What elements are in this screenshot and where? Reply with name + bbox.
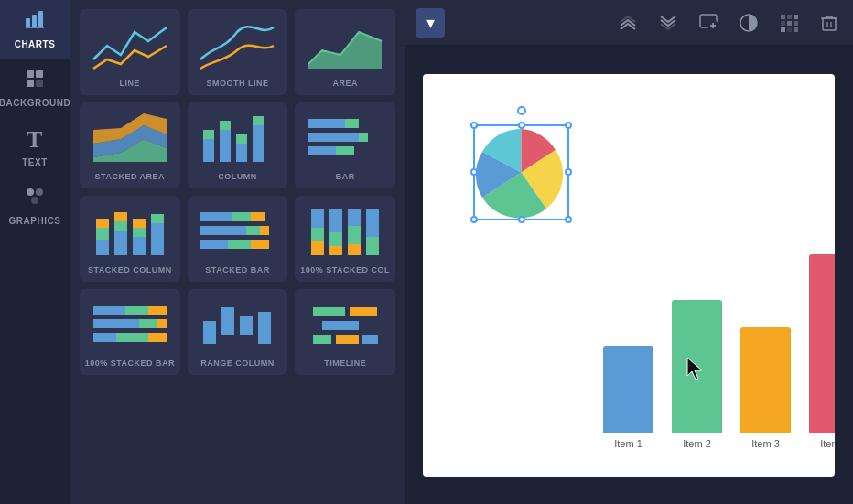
chart-type-stacked-area-label: STACKED AREA [95, 172, 166, 181]
svg-rect-0 [26, 18, 30, 27]
svg-rect-66 [139, 319, 157, 328]
chart-type-area[interactable]: AREA [295, 9, 395, 95]
svg-rect-46 [311, 209, 324, 228]
chart-type-stacked-bar[interactable]: STACKED BAR [188, 196, 288, 282]
svg-rect-34 [151, 223, 164, 255]
chart-type-smooth-line[interactable]: SMOOTH LINE [188, 9, 288, 95]
svg-rect-90 [781, 21, 785, 26]
sidebar: CHARTS BACKGROUND T TEXT GRAPHICS [0, 0, 70, 504]
background-icon [24, 68, 46, 94]
svg-rect-28 [114, 231, 127, 255]
layer-up-button[interactable] [615, 10, 641, 36]
chart-type-100-stacked-bar-label: 100% STACKED BAR [85, 359, 175, 368]
sidebar-item-background[interactable]: BACKGROUND [0, 59, 70, 117]
svg-rect-18 [253, 116, 264, 125]
bar-col-1: Item 1 [603, 346, 653, 449]
sidebar-item-charts[interactable]: CHARTS [0, 0, 70, 59]
pattern-button[interactable] [776, 10, 802, 36]
toolbar: ▾ [405, 0, 853, 46]
svg-rect-47 [311, 228, 324, 241]
pie-chart-container[interactable] [473, 124, 569, 224]
svg-rect-78 [322, 321, 359, 330]
svg-rect-92 [794, 21, 798, 26]
chart-type-range-column-label: RANGE COLUMN [200, 359, 275, 368]
chart-type-area-label: AREA [332, 79, 358, 88]
svg-rect-14 [220, 121, 231, 130]
svg-point-9 [36, 188, 43, 196]
chart-type-stacked-column[interactable]: STACKED COLUMN [80, 196, 180, 282]
svg-rect-29 [114, 221, 127, 231]
chart-type-100-stacked-bar[interactable]: 100% STACKED BAR [80, 289, 180, 375]
bar-chart: Item 1 Item 2 Item 3 Item 4 [603, 254, 835, 449]
svg-rect-5 [36, 70, 43, 78]
chart-type-100-stacked-col[interactable]: 100% STACKED COL [295, 196, 395, 282]
svg-rect-13 [220, 130, 231, 162]
svg-rect-37 [232, 212, 251, 221]
chart-type-timeline[interactable]: TIMELINE [295, 289, 395, 375]
chart-type-column[interactable]: COLUMN [188, 102, 288, 188]
sidebar-item-graphics-label: GRAPHICS [9, 216, 61, 226]
dropdown-button[interactable]: ▾ [416, 8, 445, 38]
chart-type-range-column[interactable]: RANGE COLUMN [188, 289, 288, 375]
chart-type-stacked-column-label: STACKED COLUMN [88, 265, 172, 274]
svg-rect-54 [348, 209, 361, 226]
svg-rect-69 [93, 333, 116, 342]
bar-col-4: Item 4 [809, 254, 835, 449]
bar-label-3: Item 3 [751, 438, 780, 449]
svg-rect-35 [151, 214, 164, 223]
canvas-bg[interactable]: Item 1 Item 2 Item 3 Item 4 [423, 74, 835, 477]
svg-rect-81 [362, 335, 378, 344]
pie-chart [473, 124, 569, 220]
svg-rect-80 [336, 335, 359, 344]
delete-button[interactable] [816, 10, 842, 36]
svg-rect-87 [781, 15, 785, 19]
svg-rect-2 [38, 11, 43, 27]
theme-button[interactable] [736, 10, 761, 36]
svg-rect-21 [308, 133, 359, 142]
svg-rect-38 [251, 212, 265, 221]
svg-rect-27 [96, 219, 109, 228]
svg-rect-58 [366, 209, 379, 237]
chart-type-column-label: COLUMN [218, 172, 257, 181]
chart-type-bar-label: BAR [336, 172, 355, 181]
svg-rect-39 [200, 226, 246, 235]
svg-rect-73 [221, 307, 234, 335]
svg-point-8 [27, 188, 34, 196]
svg-rect-96 [823, 18, 836, 30]
svg-rect-56 [348, 244, 361, 255]
svg-rect-70 [116, 333, 148, 342]
svg-rect-61 [93, 306, 125, 315]
svg-rect-71 [148, 333, 167, 342]
chart-type-bar[interactable]: BAR [295, 102, 395, 188]
handle-top-resize[interactable] [517, 106, 526, 115]
bar-3 [740, 327, 791, 433]
svg-rect-26 [96, 228, 109, 240]
layer-down-button[interactable] [655, 10, 681, 36]
svg-rect-22 [359, 133, 368, 142]
svg-rect-6 [27, 80, 34, 87]
sidebar-item-text[interactable]: T TEXT [0, 117, 70, 177]
svg-rect-43 [228, 240, 251, 249]
main-area: ▾ [405, 0, 853, 504]
svg-rect-75 [258, 312, 271, 344]
svg-rect-65 [93, 319, 139, 328]
svg-rect-50 [329, 209, 342, 232]
svg-rect-12 [203, 130, 214, 139]
chart-type-stacked-area[interactable]: STACKED AREA [80, 102, 180, 188]
svg-rect-41 [260, 226, 269, 235]
sidebar-item-graphics[interactable]: GRAPHICS [0, 177, 70, 235]
bar-4 [809, 254, 835, 433]
svg-rect-23 [308, 146, 336, 155]
bar-col-3: Item 3 [740, 327, 791, 449]
graphics-icon [24, 186, 46, 212]
cursor-icon [684, 356, 706, 385]
chart-panel: LINE SMOOTH LINE AREA STACKED AREA [70, 0, 405, 504]
chart-type-line[interactable]: LINE [80, 9, 180, 95]
sidebar-item-background-label: BACKGROUND [0, 98, 70, 108]
svg-rect-25 [96, 240, 109, 255]
bar-label-1: Item 1 [614, 438, 642, 449]
svg-rect-72 [203, 321, 216, 344]
canvas-area: Item 1 Item 2 Item 3 Item 4 [405, 46, 853, 504]
add-button[interactable] [696, 10, 721, 36]
svg-rect-76 [313, 307, 345, 316]
